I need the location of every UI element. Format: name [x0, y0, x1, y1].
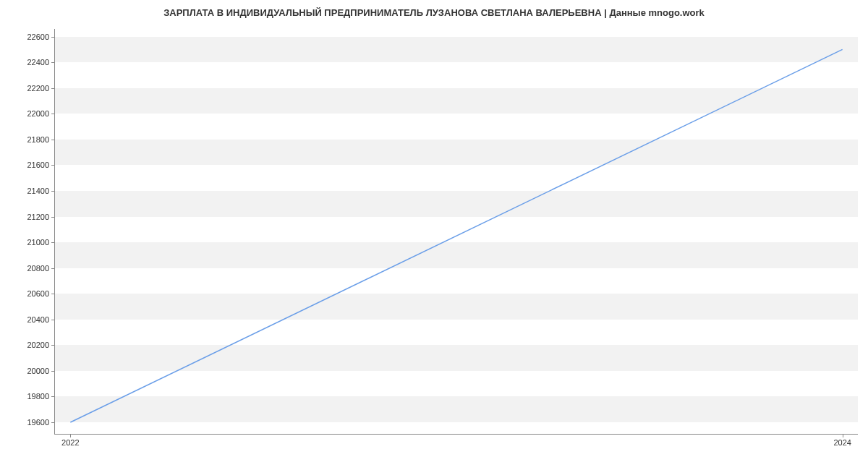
y-tick-mark: [51, 191, 55, 192]
y-tick-mark: [51, 422, 55, 423]
chart-line: [55, 29, 858, 434]
y-tick-mark: [51, 114, 55, 114]
y-tick-mark: [51, 242, 55, 243]
y-tick-mark: [51, 320, 55, 320]
y-tick-mark: [51, 217, 55, 218]
x-tick-mark: [70, 434, 71, 437]
chart-container: ЗАРПЛАТА В ИНДИВИДУАЛЬНЫЙ ПРЕДПРИНИМАТЕЛ…: [0, 0, 868, 470]
y-tick-mark: [51, 371, 55, 372]
y-tick-mark: [51, 165, 55, 166]
y-tick-mark: [51, 62, 55, 63]
chart-title: ЗАРПЛАТА В ИНДИВИДУАЛЬНЫЙ ПРЕДПРИНИМАТЕЛ…: [0, 0, 868, 22]
y-tick-mark: [51, 37, 55, 38]
y-tick-mark: [51, 294, 55, 294]
y-tick-mark: [51, 88, 55, 89]
x-tick-mark: [843, 434, 843, 437]
y-tick-mark: [51, 140, 55, 140]
y-tick-mark: [51, 268, 55, 269]
plot-area: 1960019800200002020020400206002080021000…: [54, 29, 858, 435]
y-tick-mark: [51, 345, 55, 346]
y-tick-mark: [51, 396, 55, 397]
